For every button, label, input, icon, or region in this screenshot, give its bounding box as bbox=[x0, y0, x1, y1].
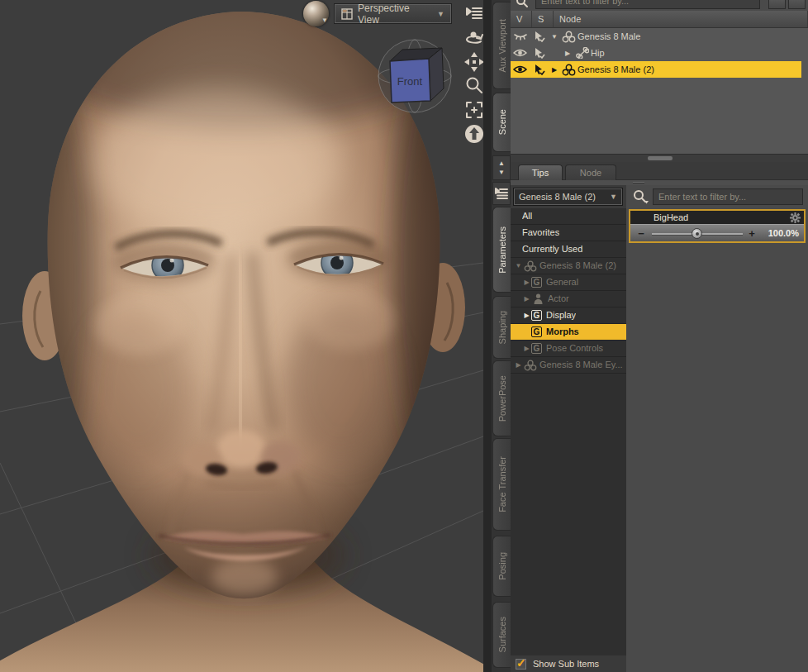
scene-filter-input[interactable] bbox=[535, 0, 760, 9]
eye-open-icon[interactable] bbox=[511, 48, 530, 58]
view-selector-dropdown[interactable]: Perspective View ▼ bbox=[334, 3, 452, 24]
node-selector-label: Genesis 8 Male (2) bbox=[519, 192, 610, 202]
list-item-genesis8male-eyelashes[interactable]: ▶ Genesis 8 Male Ey... bbox=[511, 357, 626, 374]
list-item-display[interactable]: ▶ G Display bbox=[511, 307, 626, 324]
divider-grip[interactable] bbox=[633, 182, 644, 183]
scene-tree: ▼ Genesis 8 Male ▶ bbox=[511, 28, 808, 78]
view-cube-widget[interactable]: Front bbox=[376, 37, 454, 116]
list-item-currently-used[interactable]: Currently Used bbox=[511, 241, 626, 258]
eye-open-icon[interactable] bbox=[511, 64, 530, 74]
figure-group-icon bbox=[523, 260, 537, 272]
list-item-actor[interactable]: ▶ Actor bbox=[511, 291, 626, 307]
tips-node-tab-bar: Tips Node bbox=[511, 162, 808, 180]
parameters-filter-input[interactable] bbox=[653, 188, 803, 205]
tab-face-transfer[interactable]: Face Transfer bbox=[492, 438, 511, 531]
scene-horizontal-scrollbar[interactable] bbox=[511, 154, 808, 162]
scene-tree-header: V S Node bbox=[511, 11, 808, 28]
collapse-down-icon[interactable]: ▼ bbox=[498, 169, 505, 176]
expander-closed-icon[interactable]: ▶ bbox=[549, 66, 560, 74]
tab-surfaces[interactable]: Surfaces bbox=[492, 602, 511, 668]
selectable-cursor-icon[interactable] bbox=[530, 31, 549, 42]
expander-closed-icon[interactable]: ▶ bbox=[514, 357, 523, 373]
pane-menu-icon[interactable] bbox=[492, 182, 511, 205]
group-icon: G bbox=[531, 310, 542, 321]
scrollbar-grip[interactable] bbox=[648, 156, 673, 160]
increment-button[interactable]: + bbox=[743, 227, 761, 240]
scene-filter-button-2[interactable] bbox=[788, 0, 806, 9]
list-item-morphs-selected[interactable]: G Morphs bbox=[511, 324, 626, 341]
tab-powerpose[interactable]: PowerPose bbox=[492, 360, 511, 436]
node-label[interactable]: Genesis 8 Male bbox=[577, 31, 640, 41]
gear-icon[interactable] bbox=[790, 212, 801, 223]
expander-closed-icon[interactable]: ▶ bbox=[522, 274, 531, 290]
parameters-group-list: All Favorites Currently Used ▼ Genesis 8… bbox=[511, 208, 626, 655]
parameter-name: BigHead bbox=[654, 212, 790, 222]
expander-closed-icon[interactable]: ▶ bbox=[522, 291, 531, 307]
parameters-header: Genesis 8 Male (2) ▼ bbox=[511, 185, 808, 208]
tab-scene[interactable]: Scene bbox=[492, 93, 511, 152]
camera-view-icon bbox=[341, 8, 353, 20]
show-sub-items-label: Show Sub Items bbox=[533, 659, 599, 669]
expander-open-icon[interactable]: ▼ bbox=[514, 258, 523, 274]
viewport-3d[interactable]: ▼ Perspective View ▼ Front bbox=[0, 0, 483, 672]
column-visibility[interactable]: V bbox=[511, 11, 532, 27]
panel-splitter[interactable] bbox=[483, 0, 492, 672]
scene-row-genesis8male[interactable]: ▼ Genesis 8 Male bbox=[511, 28, 808, 45]
tab-node[interactable]: Node bbox=[565, 164, 616, 180]
tab-posing[interactable]: Posing bbox=[492, 536, 511, 597]
parameter-slider: − + 100.0% bbox=[630, 224, 804, 241]
tab-aux-viewport[interactable]: Aux Viewport bbox=[492, 2, 511, 89]
side-tab-strip: Aux Viewport Scene ▲ ▼ Parameters Shapin… bbox=[492, 0, 511, 672]
view-cube-front-label: Front bbox=[397, 75, 423, 88]
view-selector-label: Perspective View bbox=[358, 2, 432, 26]
actor-icon bbox=[531, 293, 545, 305]
list-item-all[interactable]: All bbox=[511, 208, 626, 225]
list-item-pose-controls[interactable]: ▶ G Pose Controls bbox=[511, 341, 626, 357]
parameter-card-bighead: BigHead − + 100.0% bbox=[629, 209, 806, 243]
selectable-cursor-icon[interactable] bbox=[530, 47, 549, 59]
column-selectability[interactable]: S bbox=[532, 11, 554, 27]
figure-group-icon bbox=[523, 360, 537, 371]
list-item-general[interactable]: ▶ G General bbox=[511, 274, 626, 291]
sphere-dropdown-caret-icon[interactable]: ▼ bbox=[321, 17, 328, 24]
tab-shaping[interactable]: Shaping bbox=[492, 296, 511, 359]
list-item-genesis8male2[interactable]: ▼ Genesis 8 Male (2) bbox=[511, 258, 626, 274]
node-selector-caret-icon: ▼ bbox=[610, 193, 617, 201]
selectable-cursor-icon[interactable] bbox=[530, 64, 549, 75]
node-label[interactable]: Hip bbox=[591, 48, 605, 58]
eye-closed-icon[interactable] bbox=[511, 31, 530, 41]
tab-parameters[interactable]: Parameters bbox=[492, 207, 511, 293]
bone-icon bbox=[573, 47, 591, 59]
show-sub-items-checkbox[interactable]: ✓ bbox=[516, 659, 526, 670]
group-icon: G bbox=[531, 277, 542, 288]
daz-studio-window: ▼ Perspective View ▼ Front bbox=[0, 0, 808, 672]
slider-thumb[interactable] bbox=[692, 228, 702, 239]
view-selector-caret-icon: ▼ bbox=[437, 10, 444, 18]
node-label[interactable]: Genesis 8 Male (2) bbox=[577, 64, 654, 74]
search-icon[interactable] bbox=[633, 189, 649, 204]
scene-row-hip[interactable]: ▶ Hip bbox=[511, 45, 808, 61]
expander-open-icon[interactable]: ▼ bbox=[549, 33, 560, 41]
collapse-up-icon[interactable]: ▲ bbox=[498, 160, 505, 167]
figure-group-icon bbox=[560, 64, 577, 76]
node-selector-dropdown[interactable]: Genesis 8 Male (2) ▼ bbox=[513, 188, 623, 206]
tab-tips[interactable]: Tips bbox=[518, 164, 563, 180]
scene-row-genesis8male-2-selected[interactable]: ▶ Genesis 8 Male (2) bbox=[511, 61, 801, 78]
expander-closed-icon[interactable]: ▶ bbox=[522, 341, 531, 356]
column-node[interactable]: Node bbox=[554, 11, 808, 27]
list-item-favorites[interactable]: Favorites bbox=[511, 225, 626, 241]
expander-closed-icon[interactable]: ▶ bbox=[522, 307, 531, 323]
group-icon: G bbox=[531, 343, 542, 354]
right-panel-column: V S Node ▼ Genesis 8 Male bbox=[511, 0, 808, 672]
scene-filter-bar bbox=[511, 0, 808, 11]
scene-filter-button-1[interactable] bbox=[768, 0, 786, 9]
parameter-value[interactable]: 100.0% bbox=[761, 228, 804, 238]
figure-group-icon bbox=[560, 31, 577, 43]
decrement-button[interactable]: − bbox=[630, 227, 652, 240]
slider-track-area[interactable] bbox=[652, 225, 743, 241]
parameters-footer-spacer bbox=[626, 655, 808, 672]
expander-closed-icon[interactable]: ▶ bbox=[562, 50, 573, 57]
pane-collapse-arrows[interactable]: ▲ ▼ bbox=[492, 155, 511, 180]
search-icon bbox=[516, 0, 529, 8]
group-icon: G bbox=[531, 326, 542, 337]
